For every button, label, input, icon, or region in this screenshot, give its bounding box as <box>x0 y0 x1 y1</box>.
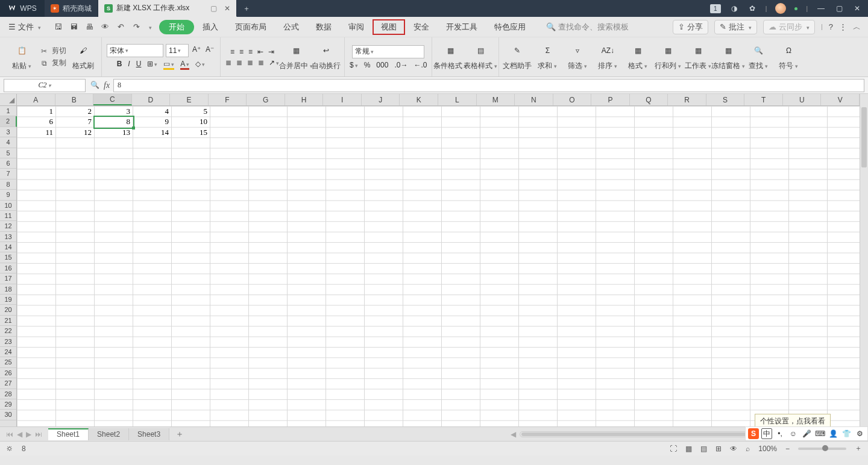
row-header-14[interactable]: 14 <box>0 242 16 252</box>
tab-dev[interactable]: 开发工具 <box>438 19 486 35</box>
row-header-1[interactable]: 1 <box>0 106 16 116</box>
row-header-17[interactable]: 17 <box>0 273 16 284</box>
row-header-2[interactable]: 2 <box>0 116 17 126</box>
underline-button[interactable]: U <box>136 60 142 70</box>
sheet-tab-2[interactable]: Sheet2 <box>89 428 129 440</box>
sort-button[interactable]: AZ↓排序 <box>594 43 621 71</box>
ime-punct-icon[interactable]: •, <box>775 428 785 439</box>
row-header-20[interactable]: 20 <box>0 305 16 315</box>
tab-start[interactable]: 开始 <box>159 20 194 34</box>
cells-area[interactable]: 123456789101112131415 <box>17 106 860 426</box>
row-header-6[interactable]: 6 <box>0 158 16 169</box>
row-header-23[interactable]: 23 <box>0 337 16 347</box>
row-header-16[interactable]: 16 <box>0 263 16 273</box>
decrease-indent-icon[interactable]: ⇤ <box>257 48 263 56</box>
minimize-icon[interactable]: — <box>816 4 826 13</box>
close-window-icon[interactable]: ✕ <box>852 4 862 13</box>
font-size-select[interactable]: 11 <box>166 44 189 57</box>
fill-color-button[interactable]: ▭ <box>163 60 174 70</box>
col-header-N[interactable]: N <box>515 94 553 105</box>
sheet-nav-last-icon[interactable]: ⏭ <box>35 430 42 438</box>
save-as-icon[interactable]: 🖬 <box>69 22 78 32</box>
col-header-D[interactable]: D <box>132 94 171 105</box>
row-header-12[interactable]: 12 <box>0 221 16 231</box>
tab-window-icon[interactable]: ▢ <box>209 4 218 13</box>
row-header-15[interactable]: 15 <box>0 252 16 263</box>
cell-C3[interactable]: 13 <box>94 127 133 137</box>
theme-icon[interactable]: ◑ <box>729 4 739 13</box>
currency-icon[interactable]: $ <box>350 61 358 69</box>
tab-review[interactable]: 审阅 <box>340 19 373 35</box>
cell-A3[interactable]: 11 <box>17 127 55 137</box>
clear-format-button[interactable]: ◇ <box>195 60 205 70</box>
row-header-5[interactable]: 5 <box>0 148 16 158</box>
redo-icon[interactable]: ↷ <box>131 22 141 32</box>
ime-skin-icon[interactable]: 👕 <box>841 428 852 439</box>
col-header-L[interactable]: L <box>438 94 477 105</box>
cell-B3[interactable]: 12 <box>55 127 94 137</box>
sum-button[interactable]: Σ求和 <box>534 43 561 71</box>
sogou-logo-icon[interactable]: S <box>748 428 759 439</box>
borders-button[interactable]: ⊞ <box>147 60 157 70</box>
align-top-icon[interactable]: ≡ <box>230 48 234 56</box>
reading-view-icon[interactable]: 👁 <box>730 445 737 453</box>
formula-input[interactable]: 8 <box>113 79 864 92</box>
ime-bar[interactable]: S 中 •, ☺ 🎤 ⌨ 👤 👕 ⚙ <box>745 426 868 441</box>
col-header-P[interactable]: P <box>591 94 630 105</box>
vertical-scrollbar[interactable] <box>860 94 868 426</box>
format-painter-button[interactable]: 🖌 格式刷 <box>70 43 96 71</box>
cond-format-button[interactable]: ▦条件格式 <box>437 43 464 71</box>
italic-button[interactable]: I <box>128 60 130 70</box>
percent-icon[interactable]: % <box>364 61 371 69</box>
cell-D3[interactable]: 14 <box>133 127 171 137</box>
row-header-25[interactable]: 25 <box>0 357 16 367</box>
cell-B2[interactable]: 7 <box>55 116 94 126</box>
format-button[interactable]: ▦格式 <box>624 43 651 71</box>
file-tab[interactable]: S 新建 XLSX 工作表.xlsx ▢ ✕ <box>98 0 237 17</box>
add-tab-button[interactable]: ＋ <box>237 4 256 14</box>
sheet-tab-1[interactable]: Sheet1 <box>48 428 89 440</box>
row-header-29[interactable]: 29 <box>0 399 16 410</box>
maximize-icon[interactable]: ▢ <box>834 4 844 13</box>
page-layout-view-icon[interactable]: ▤ <box>700 445 707 453</box>
row-header-11[interactable]: 11 <box>0 211 16 221</box>
row-header-24[interactable]: 24 <box>0 347 16 357</box>
row-header-30[interactable]: 30 <box>0 410 16 420</box>
add-sheet-button[interactable]: ＋ <box>169 429 190 440</box>
cell-E2[interactable]: 10 <box>171 116 210 126</box>
col-header-M[interactable]: M <box>477 94 515 105</box>
skin-icon[interactable]: ✿ <box>747 4 757 13</box>
zoom-in-icon[interactable]: ＋ <box>855 443 862 454</box>
sheet-tab-3[interactable]: Sheet3 <box>129 428 169 440</box>
cell-A1[interactable]: 1 <box>17 106 55 116</box>
select-all-corner[interactable]: ◢ <box>0 94 17 106</box>
col-header-U[interactable]: U <box>783 94 822 105</box>
col-header-J[interactable]: J <box>362 94 400 105</box>
col-header-R[interactable]: R <box>668 94 706 105</box>
font-name-select[interactable]: 宋体 <box>107 44 163 57</box>
zoom-formula-icon[interactable]: 🔍 <box>89 80 100 91</box>
qat-more-icon[interactable] <box>147 22 152 31</box>
cut-button[interactable]: ✂剪切 <box>39 46 66 57</box>
align-right-icon[interactable]: ≣ <box>247 58 253 67</box>
row-header-26[interactable]: 26 <box>0 368 16 378</box>
ime-voice-icon[interactable]: 🎤 <box>801 428 812 439</box>
filter-button[interactable]: ▿筛选 <box>564 43 591 71</box>
justify-icon[interactable]: ≣ <box>258 58 264 67</box>
cell-A2[interactable]: 6 <box>17 116 55 126</box>
cell-D2[interactable]: 9 <box>133 116 171 126</box>
hscroll-left-icon[interactable]: ◀ <box>511 430 520 438</box>
decrease-font-icon[interactable]: A⁻ <box>204 44 215 55</box>
row-header-19[interactable]: 19 <box>0 295 16 305</box>
zoom-out-icon[interactable]: − <box>785 445 790 453</box>
col-header-O[interactable]: O <box>553 94 592 105</box>
tab-layout[interactable]: 页面布局 <box>227 19 275 35</box>
command-search[interactable]: 🔍 查找命令、搜索模板 <box>546 22 629 33</box>
notification-badge[interactable]: 1 <box>710 4 721 13</box>
print-icon[interactable]: 🖶 <box>84 22 94 32</box>
col-header-C[interactable]: C <box>93 94 132 105</box>
ime-emoji-icon[interactable]: ☺ <box>788 428 799 439</box>
user-avatar[interactable] <box>775 3 786 14</box>
col-header-K[interactable]: K <box>400 94 438 105</box>
align-middle-icon[interactable]: ≡ <box>239 48 244 56</box>
